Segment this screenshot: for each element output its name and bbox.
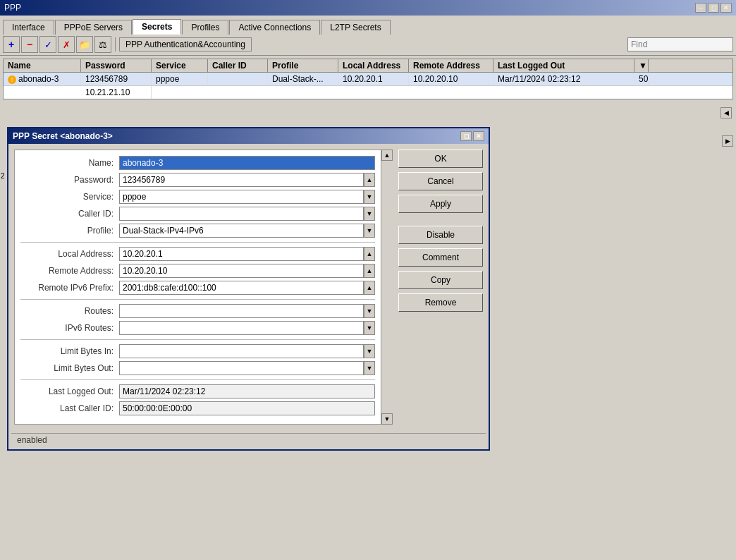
add-icon: + [8,39,14,50]
title-bar-buttons: ─ ◻ ✕ [695,3,732,13]
cancel-button[interactable]: Cancel [398,172,483,190]
status-bar: enabled [11,433,486,446]
auth-accounting-button[interactable]: PPP Authentication&Accounting [119,37,252,51]
ipv6routes-down-btn[interactable]: ▼ [364,321,375,335]
close-button[interactable]: ✕ [720,3,732,13]
status-text: enabled [17,435,47,445]
table-row[interactable]: !abonado-3 123456789 pppoe Dual-Stack-..… [4,73,732,86]
toolbar-separator [115,37,116,51]
callerid-input[interactable] [119,207,364,221]
find-input[interactable] [627,37,733,51]
dialog-content: ▲ Name: Password: ▲ [8,144,489,430]
ipv6routes-field-wrapper: ▼ [119,321,375,335]
filter-button[interactable]: ⚖ [94,36,111,53]
profile-input[interactable] [119,224,364,238]
label-remote: Remote Address: [20,266,119,276]
scroll-left-btn[interactable]: ◀ [720,107,732,118]
local-up-btn[interactable]: ▲ [364,247,375,261]
routes-down-btn[interactable]: ▼ [364,304,375,318]
form-row-lastcallerid: Last Caller ID: [20,401,375,415]
callerid-down-btn[interactable]: ▼ [364,207,375,221]
disable-button[interactable]: Disable [398,226,483,244]
cross-button[interactable]: ✗ [58,36,75,53]
form-row-ipv6routes: IPv6 Routes: ▼ [20,321,375,335]
label-lastlogged: Last Logged Out: [20,386,119,396]
ppp-secret-dialog: PPP Secret <abonado-3> ◻ ✕ ▲ Name: [7,127,490,451]
tab-profiles[interactable]: Profiles [182,20,228,35]
remote-up-btn[interactable]: ▲ [364,264,375,278]
col-header-lastlogged: Last Logged Out [493,59,634,72]
name-input[interactable] [119,156,375,170]
cross-icon: ✗ [63,39,70,50]
col-header-expand[interactable]: ▼ [634,59,649,72]
profile-down-btn[interactable]: ▼ [364,224,375,238]
tab-secrets[interactable]: Secrets [133,19,181,35]
cell-local: 10.20.20.1 [338,73,409,85]
table-header: Name Password Service Caller ID Profile … [4,59,732,73]
maximize-button[interactable]: ◻ [708,3,719,13]
tab-l2tp-secrets[interactable]: L2TP Secrets [321,20,390,35]
app-title: PPP [4,3,21,13]
password-up-btn[interactable]: ▲ [364,173,375,187]
ipv6routes-input[interactable] [119,321,364,335]
extra-remote-ipv6: 10.21.21.10 [81,86,152,99]
form-scroll-down-btn[interactable]: ▼ [381,413,393,425]
limitout-field-wrapper: ▼ [119,361,375,375]
form-row-lastlogged: Last Logged Out: [20,384,375,398]
limitout-down-btn[interactable]: ▼ [364,361,375,375]
side-controls: ◀ [720,107,732,118]
col-header-remote: Remote Address [409,59,493,72]
limitin-input[interactable] [119,344,364,358]
cell-lastlogged: Mar/11/2024 02:23:12 [493,73,634,85]
remove-icon: − [27,39,32,50]
col-header-callerid: Caller ID [208,59,268,72]
remove-button[interactable]: − [21,36,38,53]
dialog-title: PPP Secret <abonado-3> [13,131,113,141]
comment-button[interactable]: Comment [398,248,483,267]
service-down-btn[interactable]: ▼ [364,190,375,204]
ipv6prefix-up-btn[interactable]: ▲ [364,281,375,295]
password-input[interactable] [119,173,364,187]
dialog-close-button[interactable]: ✕ [473,131,484,141]
check-button[interactable]: ✓ [39,36,56,53]
apply-button[interactable]: Apply [398,195,483,213]
toolbar: + − ✓ ✗ 📁 ⚖ PPP Authentication&Accountin… [0,34,736,56]
tab-active-connections[interactable]: Active Connections [229,20,320,35]
extra-spacer [4,86,81,99]
divider-1 [20,242,375,243]
service-input[interactable] [119,190,364,204]
limitout-input[interactable] [119,361,364,375]
limitin-down-btn[interactable]: ▼ [364,344,375,358]
col-header-profile: Profile [268,59,338,72]
label-service: Service: [20,192,119,202]
folder-button[interactable]: 📁 [76,36,93,53]
remove-btn[interactable]: Remove [398,293,483,312]
minimize-button[interactable]: ─ [695,3,706,13]
local-input[interactable] [119,247,364,261]
form-scroll-up-btn[interactable]: ▲ [381,150,393,161]
title-bar: PPP ─ ◻ ✕ [0,0,736,16]
label-limitout: Limit Bytes Out: [20,363,119,373]
dialog-form-wrapper: ▲ Name: Password: ▲ [14,150,393,425]
ok-button[interactable]: OK [398,150,483,168]
label-profile: Profile: [20,226,119,236]
routes-input[interactable] [119,304,364,318]
remote-input[interactable] [119,264,364,278]
extra-row: 10.21.21.10 [4,86,732,99]
form-row-name: Name: [20,156,375,170]
ipv6prefix-field-wrapper: ▲ [119,281,375,295]
form-row-limitout: Limit Bytes Out: ▼ [20,361,375,375]
tab-interface[interactable]: Interface [3,20,54,35]
dialog-form: Name: Password: ▲ Service: [14,150,381,425]
dialog-maximize-button[interactable]: ◻ [460,131,472,141]
cell-password: 123456789 [81,73,152,85]
local-field-wrapper: ▲ [119,247,375,261]
tab-pppoe-servers[interactable]: PPPoE Servers [55,20,132,35]
add-button[interactable]: + [3,36,20,53]
ipv6prefix-input[interactable] [119,281,364,295]
copy-button[interactable]: Copy [398,271,483,289]
scroll-right-btn[interactable]: ▶ [722,135,733,147]
form-row-ipv6prefix: Remote IPv6 Prefix: ▲ [20,281,375,295]
cell-name: !abonado-3 [4,73,81,85]
profile-field-wrapper: ▼ [119,224,375,238]
